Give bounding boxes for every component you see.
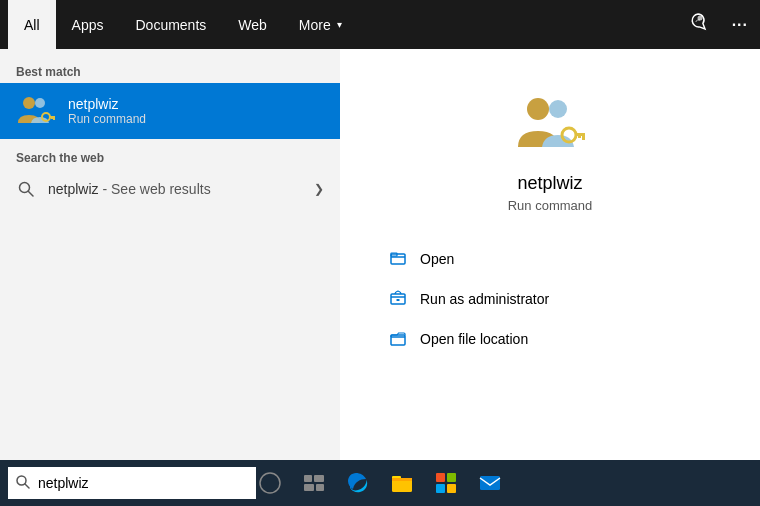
- run-as-admin-label: Run as administrator: [420, 291, 549, 307]
- edge-icon[interactable]: [336, 460, 380, 506]
- search-icon: [16, 179, 36, 199]
- svg-point-2: [35, 98, 45, 108]
- svg-rect-31: [447, 473, 456, 482]
- store-icon[interactable]: [424, 460, 468, 506]
- svg-rect-23: [304, 475, 312, 482]
- taskbar-search-text: netplwiz: [38, 475, 89, 491]
- svg-rect-5: [53, 118, 55, 120]
- best-match-label: Best match: [0, 61, 340, 83]
- svg-rect-6: [51, 116, 53, 119]
- svg-rect-24: [314, 475, 324, 482]
- arrow-icon: ❯: [314, 182, 324, 196]
- open-icon: [388, 249, 408, 269]
- action-run-as-admin[interactable]: Run as administrator: [380, 285, 728, 313]
- file-explorer-icon[interactable]: [380, 460, 424, 506]
- tab-web[interactable]: Web: [222, 0, 283, 49]
- shield-icon: [388, 289, 408, 309]
- right-actions: Open Run as administrator: [372, 245, 728, 353]
- right-app-subtitle: Run command: [508, 198, 593, 213]
- nav-icons: ···: [684, 8, 752, 41]
- taskbar-search-box[interactable]: netplwiz: [8, 467, 256, 499]
- task-view-icon[interactable]: [292, 460, 336, 506]
- svg-point-22: [260, 473, 280, 493]
- folder-icon: [388, 329, 408, 349]
- taskbar-search-icon: [16, 475, 30, 492]
- large-app-icon: [514, 89, 586, 161]
- svg-point-9: [527, 98, 549, 120]
- svg-rect-30: [436, 473, 445, 482]
- right-panel: netplwiz Run command Open: [340, 49, 760, 460]
- action-open[interactable]: Open: [380, 245, 728, 273]
- svg-rect-13: [582, 136, 585, 140]
- more-options-icon[interactable]: ···: [728, 12, 752, 38]
- tab-more[interactable]: More ▾: [283, 0, 358, 49]
- svg-rect-25: [304, 484, 314, 491]
- open-file-location-label: Open file location: [420, 331, 528, 347]
- tab-documents[interactable]: Documents: [119, 0, 222, 49]
- best-match-text: netplwiz Run command: [68, 96, 146, 126]
- svg-point-1: [23, 97, 35, 109]
- mail-icon[interactable]: [468, 460, 512, 506]
- svg-rect-14: [578, 133, 581, 138]
- web-section-label: Search the web: [0, 147, 340, 169]
- app-icon: [16, 91, 56, 131]
- open-label: Open: [420, 251, 454, 267]
- search-menu: All Apps Documents Web More ▾ ···: [0, 0, 760, 460]
- svg-rect-33: [447, 484, 456, 493]
- svg-rect-26: [316, 484, 324, 491]
- main-content: Best match: [0, 49, 760, 460]
- best-match-item[interactable]: netplwiz Run command: [0, 83, 340, 139]
- action-open-file-location[interactable]: Open file location: [380, 325, 728, 353]
- taskbar: netplwiz: [0, 460, 760, 506]
- web-search-item[interactable]: netplwiz - See web results ❯: [0, 169, 340, 209]
- best-match-name: netplwiz: [68, 96, 146, 112]
- feedback-icon[interactable]: [684, 8, 712, 41]
- web-search-section: Search the web netplwiz - See web result…: [0, 147, 340, 209]
- svg-line-8: [29, 192, 34, 197]
- app-info: netplwiz Run command: [372, 73, 728, 213]
- svg-rect-18: [397, 299, 400, 301]
- svg-rect-34: [480, 476, 500, 490]
- svg-point-10: [549, 100, 567, 118]
- left-panel: Best match: [0, 49, 340, 460]
- tab-all[interactable]: All: [8, 0, 56, 49]
- best-match-subtitle: Run command: [68, 112, 146, 126]
- tab-apps[interactable]: Apps: [56, 0, 120, 49]
- right-app-name: netplwiz: [517, 173, 582, 194]
- svg-rect-29: [392, 478, 412, 481]
- taskbar-center-icons: [248, 460, 512, 506]
- svg-line-21: [25, 484, 29, 488]
- nav-tabs: All Apps Documents Web More ▾ ···: [0, 0, 760, 49]
- chevron-down-icon: ▾: [337, 19, 342, 30]
- web-search-text: netplwiz - See web results: [48, 181, 314, 197]
- svg-rect-32: [436, 484, 445, 493]
- cortana-icon[interactable]: [248, 460, 292, 506]
